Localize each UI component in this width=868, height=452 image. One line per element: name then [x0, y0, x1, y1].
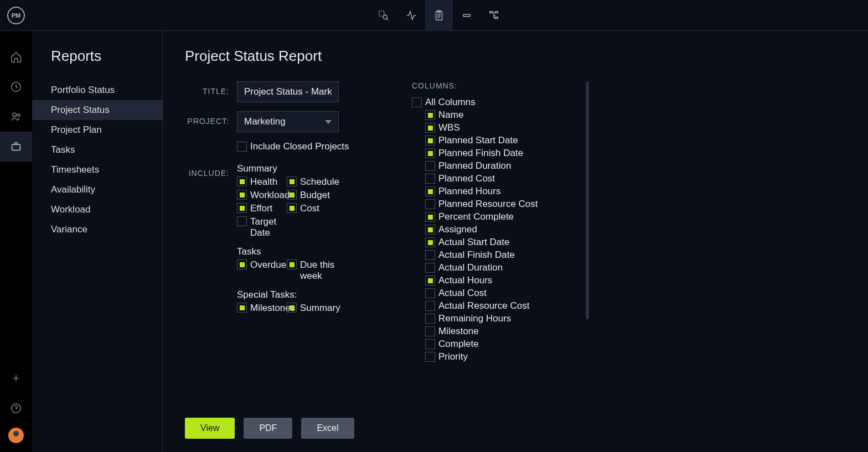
sidebar-item-availability[interactable]: Availability — [32, 180, 162, 200]
chevron-down-icon — [325, 120, 332, 124]
project-select[interactable]: Marketing — [237, 111, 339, 132]
app-logo[interactable]: PM — [0, 0, 32, 31]
title-input[interactable] — [237, 81, 339, 102]
column-planned-start-date-checkbox[interactable]: Planned Start Date — [425, 135, 589, 146]
column-name-checkbox[interactable]: Name — [425, 110, 589, 121]
column-percent-complete-checkbox[interactable]: Percent Complete — [425, 211, 589, 222]
svg-rect-6 — [495, 11, 498, 13]
sidebar-item-project-plan[interactable]: Project Plan — [32, 120, 162, 140]
flow-icon[interactable] — [480, 0, 508, 31]
column-actual-resource-cost-checkbox[interactable]: Actual Resource Cost — [425, 300, 589, 311]
column-label: Assigned — [438, 224, 477, 235]
column-label: Planned Start Date — [438, 135, 518, 146]
excel-button[interactable]: Excel — [301, 418, 354, 439]
checkbox-icon — [425, 237, 435, 247]
link-icon[interactable] — [453, 0, 480, 31]
sidebar-item-project-status[interactable]: Project Status — [32, 100, 162, 120]
sidebar-item-portfolio-status[interactable]: Portfolio Status — [32, 80, 162, 100]
column-actual-duration-checkbox[interactable]: Actual Duration — [425, 262, 589, 273]
checkbox-label: Effort — [250, 203, 272, 214]
column-wbs-checkbox[interactable]: WBS — [425, 122, 589, 133]
column-planned-hours-checkbox[interactable]: Planned Hours — [425, 186, 589, 197]
checkbox-icon — [425, 161, 435, 171]
briefcase-icon[interactable] — [0, 132, 32, 162]
checkbox-icon — [425, 276, 435, 285]
column-label: Planned Duration — [438, 160, 511, 172]
topbar: PM — [0, 0, 868, 31]
column-planned-finish-date-checkbox[interactable]: Planned Finish Date — [425, 148, 589, 159]
checkbox-label: Summary — [300, 303, 340, 314]
checkbox-label: Budget — [300, 190, 330, 201]
column-milestone-checkbox[interactable]: Milestone — [425, 326, 589, 337]
team-icon[interactable] — [0, 102, 32, 132]
scrollbar[interactable] — [586, 81, 589, 319]
checkbox-icon — [287, 176, 297, 186]
sidebar-item-tasks[interactable]: Tasks — [32, 140, 162, 160]
checkbox-icon — [237, 176, 247, 186]
summary-schedule-checkbox[interactable]: Schedule — [287, 176, 337, 188]
column-planned-duration-checkbox[interactable]: Planned Duration — [425, 160, 589, 172]
column-remaining-hours-checkbox[interactable]: Remaining Hours — [425, 313, 589, 324]
page-title: Project Status Report — [185, 48, 868, 65]
checkbox-label: Schedule — [300, 176, 339, 188]
column-all-columns-checkbox[interactable]: All Columns — [412, 97, 589, 108]
reports-sidebar: Reports Portfolio StatusProject StatusPr… — [32, 31, 163, 452]
title-label: TITLE: — [185, 81, 237, 96]
checkbox-icon — [425, 352, 435, 362]
checkbox-label: Workload — [250, 190, 290, 201]
view-button[interactable]: View — [185, 418, 235, 439]
checkbox-icon — [425, 288, 435, 298]
column-assigned-checkbox[interactable]: Assigned — [425, 224, 589, 235]
report-form: TITLE: PROJECT: Marketing — [185, 81, 412, 409]
pdf-button[interactable]: PDF — [244, 418, 292, 439]
checkbox-icon — [425, 339, 435, 349]
summary-effort-checkbox[interactable]: Effort — [237, 203, 287, 214]
column-actual-finish-date-checkbox[interactable]: Actual Finish Date — [425, 250, 589, 261]
help-icon[interactable] — [0, 393, 32, 423]
summary-health-checkbox[interactable]: Health — [237, 176, 287, 188]
add-icon[interactable]: + — [0, 363, 32, 393]
column-planned-cost-checkbox[interactable]: Planned Cost — [425, 173, 589, 184]
checkbox-icon — [287, 303, 297, 313]
column-label: Actual Hours — [438, 275, 492, 286]
column-planned-resource-cost-checkbox[interactable]: Planned Resource Cost — [425, 199, 589, 210]
summary-budget-checkbox[interactable]: Budget — [287, 190, 337, 201]
project-label: PROJECT: — [185, 111, 237, 126]
column-label: Milestone — [438, 326, 479, 337]
activity-icon[interactable] — [397, 0, 425, 31]
column-label: Priority — [438, 351, 468, 362]
checkbox-icon — [237, 203, 247, 213]
column-actual-hours-checkbox[interactable]: Actual Hours — [425, 275, 589, 286]
special-heading: Special Tasks: — [237, 289, 412, 300]
clock-icon[interactable] — [0, 72, 32, 102]
checkbox-icon — [425, 123, 435, 133]
column-label: Remaining Hours — [438, 313, 511, 324]
column-complete-checkbox[interactable]: Complete — [425, 339, 589, 350]
tasks-overdue-checkbox[interactable]: Overdue — [237, 259, 287, 271]
nav-rail: + — [0, 31, 32, 452]
column-actual-start-date-checkbox[interactable]: Actual Start Date — [425, 237, 589, 248]
columns-label: COLUMNS: — [412, 81, 589, 90]
column-label: Percent Complete — [438, 211, 514, 222]
column-actual-cost-checkbox[interactable]: Actual Cost — [425, 288, 589, 299]
summary-workload-checkbox[interactable]: Workload — [237, 190, 287, 201]
special-milestones-checkbox[interactable]: Milestones — [237, 303, 287, 314]
column-priority-checkbox[interactable]: Priority — [425, 351, 589, 362]
home-icon[interactable] — [0, 42, 32, 72]
checkbox-icon — [425, 148, 435, 158]
sidebar-item-variance[interactable]: Variance — [32, 220, 162, 240]
special-summary-checkbox[interactable]: Summary — [287, 303, 337, 314]
summary-cost-checkbox[interactable]: Cost — [287, 203, 337, 214]
column-label: Planned Hours — [438, 186, 500, 197]
sidebar-item-workload[interactable]: Workload — [32, 200, 162, 220]
svg-rect-4 — [463, 14, 471, 17]
tasks-due-this-week-checkbox[interactable]: Due this week — [287, 259, 337, 282]
svg-rect-11 — [12, 144, 20, 150]
clipboard-icon[interactable] — [425, 0, 453, 31]
avatar[interactable] — [8, 428, 24, 443]
column-label: Planned Cost — [438, 173, 495, 184]
summary-target-date-checkbox[interactable]: Target Date — [237, 216, 287, 238]
zoom-icon[interactable] — [370, 0, 397, 31]
include-closed-checkbox[interactable]: Include Closed Projects — [237, 141, 349, 152]
sidebar-item-timesheets[interactable]: Timesheets — [32, 160, 162, 180]
